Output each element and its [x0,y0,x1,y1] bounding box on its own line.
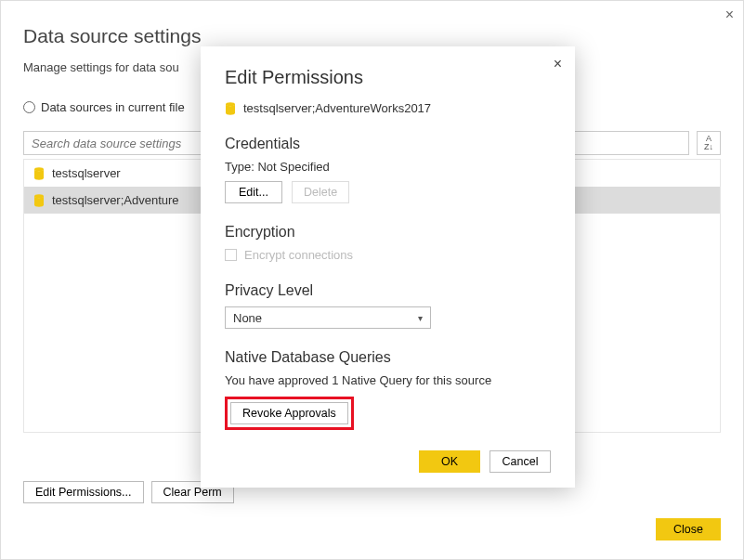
svg-point-1 [34,194,44,198]
page-title: Data source settings [23,25,721,47]
cancel-button[interactable]: Cancel [489,450,551,473]
radio-icon [23,101,35,113]
native-queries-heading: Native Database Queries [225,349,551,366]
svg-point-2 [226,102,235,106]
svg-point-0 [34,167,44,171]
privacy-heading: Privacy Level [225,282,551,299]
database-icon [33,194,45,207]
close-icon[interactable]: × [554,56,562,72]
close-button[interactable]: Close [656,518,721,540]
encrypt-checkbox-row: Encrypt connections [225,248,551,262]
sort-az-icon: AZ↓ [704,135,713,151]
delete-credentials-button: Delete [292,181,349,203]
edit-permissions-button[interactable]: Edit Permissions... [23,481,144,503]
privacy-value: None [233,311,262,325]
scope-label: Data sources in current file [41,100,185,114]
edit-permissions-dialog: × Edit Permissions testsqlserver;Adventu… [201,46,575,488]
sort-button[interactable]: AZ↓ [697,131,721,155]
ok-button[interactable]: OK [419,450,480,473]
checkbox-icon [225,249,237,261]
native-queries-text: You have approved 1 Native Query for thi… [225,373,551,387]
privacy-level-select[interactable]: None ▾ [225,306,431,329]
chevron-down-icon: ▾ [418,313,423,323]
dialog-title: Edit Permissions [225,67,551,88]
revoke-highlight: Revoke Approvals [225,397,354,430]
close-icon[interactable]: × [725,7,734,23]
revoke-approvals-button[interactable]: Revoke Approvals [230,402,348,424]
database-icon [33,167,45,180]
encryption-heading: Encryption [225,224,551,241]
database-icon [225,102,236,115]
credentials-type: Type: Not Specified [225,160,551,174]
edit-credentials-button[interactable]: Edit... [225,181,282,203]
list-item-label: testsqlserver;Adventure [52,193,179,207]
encrypt-label: Encrypt connections [244,248,353,262]
list-item-label: testsqlserver [52,166,121,180]
source-name: testsqlserver;AdventureWorks2017 [243,101,431,115]
credentials-heading: Credentials [225,136,551,152]
source-row: testsqlserver;AdventureWorks2017 [225,101,551,115]
